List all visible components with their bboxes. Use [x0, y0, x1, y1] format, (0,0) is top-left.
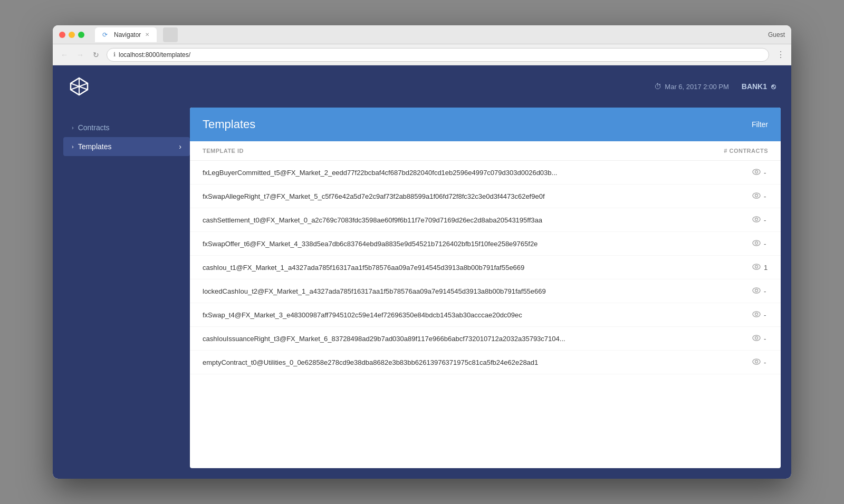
- tab-title: Navigator: [114, 31, 141, 38]
- maximize-button[interactable]: [78, 32, 84, 38]
- contracts-count-cell: -: [705, 311, 768, 319]
- svg-point-4: [753, 169, 760, 175]
- contracts-count-cell: -: [705, 334, 768, 343]
- svg-point-17: [755, 313, 758, 316]
- template-id-cell: fxSwapOffer_t6@FX_Market_4_338d5ea7db6c8…: [203, 240, 705, 248]
- table-row[interactable]: lockedCashIou_t2@FX_Market_1_a4327ada785…: [190, 279, 781, 303]
- table-row[interactable]: fxSwapOffer_t6@FX_Market_4_338d5ea7db6c8…: [190, 232, 781, 256]
- contracts-count-cell: 1: [705, 263, 768, 272]
- sidebar-item-templates[interactable]: › Templates ›: [63, 137, 190, 156]
- table-row[interactable]: cashIouIssuanceRight_t3@FX_Market_6_8372…: [190, 327, 781, 351]
- header-timestamp: ⏱ Mar 6, 2017 2:00 PM: [654, 82, 728, 91]
- contract-count-text: -: [764, 287, 768, 295]
- contract-count-text: -: [764, 240, 768, 248]
- eye-icon[interactable]: [752, 358, 761, 366]
- contracts-count-cell: -: [705, 287, 768, 295]
- chevron-right-icon: ›: [72, 124, 74, 131]
- browser-tab[interactable]: ⟳ Navigator ✕: [95, 27, 157, 42]
- main-content: Templates Filter TEMPLATE ID # CONTRACTS…: [190, 108, 781, 468]
- table-row[interactable]: fxLegBuyerCommitted_t5@FX_Market_2_eedd7…: [190, 161, 781, 185]
- panel-title: Templates: [203, 118, 752, 131]
- bank-name: BANK1: [742, 82, 767, 91]
- reload-button[interactable]: ↻: [91, 51, 101, 59]
- col-contracts-header: # CONTRACTS: [705, 148, 768, 154]
- tab-close-button[interactable]: ✕: [145, 32, 149, 37]
- svg-point-10: [753, 240, 760, 246]
- template-id-cell: cashSettlement_t0@FX_Market_0_a2c769c708…: [203, 216, 705, 224]
- template-id-cell: cashIouIssuanceRight_t3@FX_Market_6_8372…: [203, 335, 705, 343]
- contracts-count-cell: -: [705, 192, 768, 200]
- minimize-button[interactable]: [69, 32, 75, 38]
- svg-point-12: [753, 264, 760, 269]
- clock-icon: ⏱: [654, 82, 661, 91]
- svg-point-19: [755, 337, 758, 340]
- sidebar: › Contracts › Templates ›: [63, 108, 190, 468]
- sidebar-templates-label: Templates: [78, 142, 112, 151]
- chevron-right-icon-active: ›: [72, 143, 74, 150]
- lock-icon: ℹ: [113, 51, 116, 58]
- table-row[interactable]: fxSwapAllegeRight_t7@FX_Market_5_c5f76e4…: [190, 185, 781, 208]
- sidebar-item-contracts[interactable]: › Contracts: [63, 118, 190, 137]
- eye-icon[interactable]: [752, 311, 761, 319]
- svg-point-14: [753, 288, 760, 293]
- traffic-lights: [59, 32, 84, 38]
- svg-point-15: [755, 289, 758, 292]
- contracts-count-cell: -: [705, 168, 768, 177]
- contract-count-text: -: [764, 216, 768, 224]
- browser-addressbar: ← → ↻ ℹ localhost:8000/templates/ ⋮: [53, 44, 791, 65]
- eye-icon[interactable]: [752, 239, 761, 248]
- logout-icon[interactable]: ⎋: [771, 82, 775, 91]
- filter-button[interactable]: Filter: [752, 120, 768, 129]
- header-bank: BANK1 ⎋: [742, 82, 775, 91]
- contract-count-text: -: [764, 311, 768, 319]
- contract-count-text: 1: [764, 264, 768, 272]
- svg-point-5: [755, 171, 758, 173]
- browser-menu-button[interactable]: ⋮: [776, 50, 785, 60]
- contract-count-text: -: [764, 358, 768, 366]
- table-header: TEMPLATE ID # CONTRACTS: [190, 141, 781, 161]
- template-id-cell: fxLegBuyerCommitted_t5@FX_Market_2_eedd7…: [203, 169, 705, 177]
- svg-point-13: [755, 266, 758, 268]
- app-content: ⏱ Mar 6, 2017 2:00 PM BANK1 ⎋ › Contract…: [53, 65, 791, 479]
- svg-point-8: [753, 217, 760, 222]
- url-text: localhost:8000/templates/: [119, 51, 190, 59]
- template-id-cell: emptyContract_t0@Utilities_0_0e62858e278…: [203, 358, 705, 366]
- new-tab-button[interactable]: [163, 27, 178, 42]
- browser-titlebar: ⟳ Navigator ✕ Guest: [53, 25, 791, 44]
- eye-icon[interactable]: [752, 334, 761, 343]
- eye-icon[interactable]: [752, 168, 761, 177]
- table-row[interactable]: cashIou_t1@FX_Market_1_a4327ada785f16317…: [190, 256, 781, 279]
- content-panel: Templates Filter TEMPLATE ID # CONTRACTS…: [190, 108, 781, 468]
- panel-header: Templates Filter: [190, 108, 781, 141]
- table-row[interactable]: emptyContract_t0@Utilities_0_0e62858e278…: [190, 351, 781, 374]
- app-logo: [69, 76, 90, 97]
- address-bar[interactable]: ℹ localhost:8000/templates/: [107, 48, 769, 62]
- back-button[interactable]: ←: [59, 51, 70, 59]
- timestamp-text: Mar 6, 2017 2:00 PM: [665, 83, 728, 91]
- template-id-cell: fxSwapAllegeRight_t7@FX_Market_5_c5f76e4…: [203, 192, 705, 200]
- svg-point-9: [755, 218, 758, 221]
- svg-point-20: [753, 359, 760, 364]
- table-row[interactable]: fxSwap_t4@FX_Market_3_e48300987aff794510…: [190, 303, 781, 327]
- eye-icon[interactable]: [752, 287, 761, 295]
- close-button[interactable]: [59, 32, 65, 38]
- eye-icon[interactable]: [752, 192, 761, 200]
- svg-point-7: [755, 195, 758, 197]
- eye-icon[interactable]: [752, 216, 761, 224]
- contracts-count-cell: -: [705, 358, 768, 366]
- template-id-cell: fxSwap_t4@FX_Market_3_e48300987aff794510…: [203, 311, 705, 319]
- forward-button[interactable]: →: [75, 51, 85, 59]
- eye-icon[interactable]: [752, 263, 761, 272]
- template-id-cell: lockedCashIou_t2@FX_Market_1_a4327ada785…: [203, 287, 705, 295]
- sidebar-contracts-label: Contracts: [78, 123, 110, 132]
- table-row[interactable]: cashSettlement_t0@FX_Market_0_a2c769c708…: [190, 208, 781, 232]
- col-template-id-header: TEMPLATE ID: [203, 148, 705, 154]
- browser-window: ⟳ Navigator ✕ Guest ← → ↻ ℹ localhost:80…: [53, 25, 791, 479]
- svg-point-21: [755, 361, 758, 363]
- templates-table: fxLegBuyerCommitted_t5@FX_Market_2_eedd7…: [190, 161, 781, 374]
- contract-count-text: -: [764, 169, 768, 177]
- chevron-expand-icon: ›: [179, 142, 181, 151]
- svg-point-16: [753, 312, 760, 317]
- svg-point-18: [753, 335, 760, 341]
- svg-point-6: [753, 193, 760, 198]
